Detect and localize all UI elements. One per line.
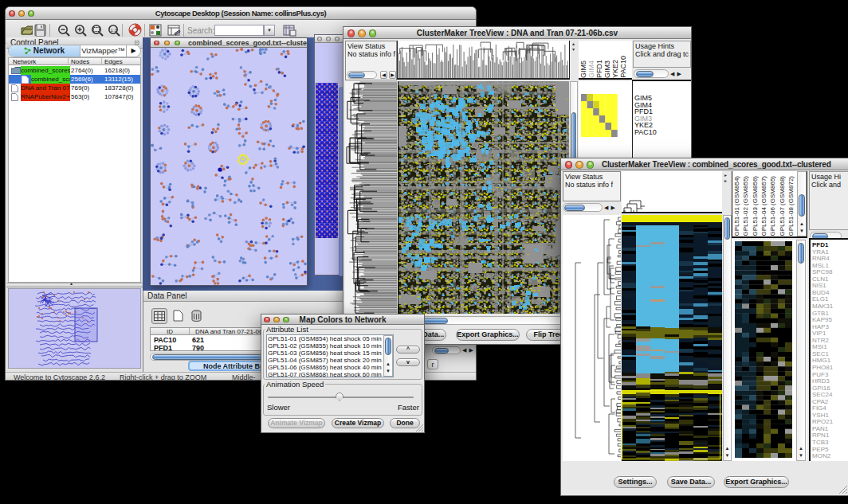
svg-text:1:1: 1:1 bbox=[111, 28, 118, 33]
